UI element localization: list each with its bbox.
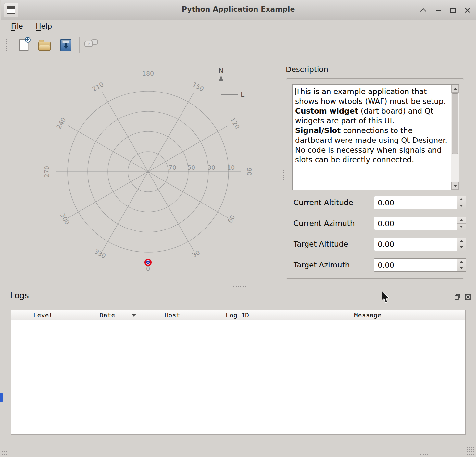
shade-button[interactable] [418,5,430,16]
spin-up-button[interactable] [457,196,466,203]
spin-buttons [457,196,466,209]
scrollbar-thumb[interactable] [452,93,458,154]
arrow-down-icon [460,226,463,228]
mouse-cursor [381,290,391,304]
toolbar-separator [79,37,80,53]
minimize-button[interactable] [432,5,445,16]
svg-text:60: 60 [226,214,236,224]
minimize-icon [436,10,441,11]
svg-text:90: 90 [246,168,253,176]
svg-text:270: 270 [43,166,50,178]
application-window: Python Application Example File Help [0,0,476,457]
svg-text:50: 50 [187,164,195,171]
sort-descending-icon [131,314,136,317]
column-header-date[interactable]: Date [75,310,140,320]
current-altitude-input[interactable] [374,196,466,209]
column-header-message[interactable]: Message [270,310,465,320]
arrow-down-icon [453,185,457,187]
current-azimuth-label: Current Azimuth [294,217,355,230]
description-group-box: This is an example application that show… [286,78,464,279]
arrow-up-icon [460,219,463,221]
save-button[interactable] [58,37,74,53]
whats-this-button[interactable]: ? [83,37,99,53]
dock-float-button[interactable] [454,293,461,301]
current-altitude-spinbox[interactable] [374,196,466,209]
window-title: Python Application Example [1,5,476,13]
target-altitude-input[interactable] [374,238,466,251]
position-marker[interactable] [144,259,152,266]
spin-down-button[interactable] [457,244,466,251]
svg-text:210: 210 [91,80,105,93]
target-azimuth-input[interactable] [374,259,466,271]
arrow-down-icon [460,246,463,248]
current-altitude-row: Current Altitude [294,196,459,209]
current-azimuth-row: Current Azimuth [294,217,459,230]
spin-down-button[interactable] [457,203,466,209]
menu-file[interactable]: File [8,20,26,33]
compass-rose [219,75,238,94]
target-azimuth-spinbox[interactable] [374,258,466,272]
column-header-level[interactable]: Level [11,310,75,320]
column-header-host[interactable]: Host [140,310,205,320]
target-altitude-label: Target Altitude [294,238,348,251]
new-document-button[interactable] [16,37,32,53]
polar-grid [56,79,241,264]
description-text-area[interactable]: This is an example application that show… [292,84,459,190]
description-group-title: Description [286,65,328,74]
target-altitude-spinbox[interactable] [374,238,466,251]
target-azimuth-label: Target Azimuth [294,258,350,272]
spin-up-button[interactable] [457,259,466,265]
description-scrollbar[interactable] [451,85,459,190]
spin-buttons [457,217,466,230]
resize-grip[interactable] [466,446,474,455]
horizontal-splitter-handle[interactable] [233,286,246,288]
bottom-left-grip[interactable] [1,451,7,455]
close-button[interactable] [461,5,473,16]
menu-bar: File Help [1,20,476,33]
svg-text:180: 180 [142,70,154,77]
svg-text:300: 300 [59,212,71,226]
bottom-handle-dots[interactable] [420,453,429,456]
chevron-up-icon [420,8,426,14]
toolbar-drag-handle[interactable] [6,38,9,53]
spin-up-button[interactable] [457,217,466,224]
current-azimuth-input[interactable] [374,217,466,230]
svg-text:120: 120 [229,116,241,130]
log-table-body[interactable] [11,320,466,435]
log-table-header: Level Date Host Log ID Message [11,310,466,320]
menu-help[interactable]: Help [32,20,55,33]
new-document-icon [19,39,28,51]
left-edge-indicator [0,393,3,402]
svg-text:330: 330 [93,248,107,260]
close-box-icon [464,293,471,301]
dartboard-widget[interactable]: 180 150 120 90 60 30 0 330 300 270 240 2… [13,60,267,288]
arrow-up-icon [460,240,463,242]
spin-buttons [457,259,466,271]
logs-dock-title: Logs [10,291,29,300]
svg-text:240: 240 [55,116,67,130]
arrow-up-icon [460,198,463,200]
vertical-splitter-handle[interactable] [283,169,286,180]
spin-up-button[interactable] [457,238,466,244]
open-button[interactable] [36,37,53,53]
svg-text:30: 30 [191,249,201,259]
scroll-down-button[interactable] [451,182,459,190]
spin-buttons [457,238,466,251]
scroll-up-button[interactable] [451,85,459,93]
description-text: This is an example application that show… [293,85,451,190]
column-header-log-id[interactable]: Log ID [205,310,270,320]
svg-text:30: 30 [207,164,215,171]
dock-close-button[interactable] [464,293,472,301]
spin-down-button[interactable] [457,265,466,272]
current-azimuth-spinbox[interactable] [374,217,466,230]
compass-labels: N E [219,67,245,98]
whats-this-icon: ? [84,39,98,51]
title-bar[interactable]: Python Application Example [1,0,476,20]
arrow-down-icon [460,267,463,269]
arrow-up-icon [453,88,457,90]
spin-down-button[interactable] [457,224,466,230]
arrow-down-icon [460,205,463,207]
save-icon [60,39,71,51]
svg-text:10: 10 [227,164,235,171]
maximize-button[interactable] [447,5,459,16]
